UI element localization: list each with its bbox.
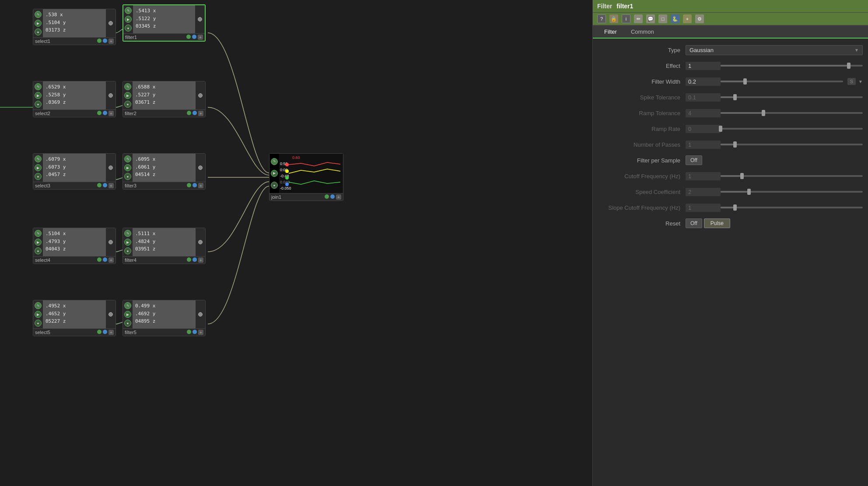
spike-tolerance-input[interactable] xyxy=(686,93,721,102)
effect-slider[interactable] xyxy=(721,65,863,67)
ctrl-plus-select1[interactable]: + xyxy=(108,39,114,44)
port-circle-select3[interactable]: ● xyxy=(35,173,42,180)
ctrl-dot-green-filter5[interactable] xyxy=(187,330,191,334)
port-arrow-filter3[interactable]: ▶ xyxy=(124,164,131,171)
port-dot-filter1[interactable] xyxy=(198,17,202,21)
port-arrow-select4[interactable]: ▶ xyxy=(35,239,42,246)
ctrl-dot-green-select4[interactable] xyxy=(97,257,102,262)
node-join1[interactable]: ✎ ▶ ● 0.60 0:50 0:00 -0:48 0.040 -0.050 … xyxy=(269,153,343,201)
node-filter3[interactable]: ✎ ▶ ● .6095 x.6061 y04514 z filter3 + xyxy=(122,153,206,190)
port-dot-select1[interactable] xyxy=(108,21,113,25)
port-arrow-filter4[interactable]: ▶ xyxy=(124,239,131,246)
node-filter4[interactable]: ✎ ▶ ● .5111 x.4824 y03951 z filter4 + xyxy=(122,228,206,264)
join-port-circle[interactable]: ● xyxy=(271,182,278,189)
join-ctrl-blue[interactable] xyxy=(330,194,335,199)
ramp-tolerance-input[interactable] xyxy=(686,109,721,117)
filter-width-input[interactable] xyxy=(686,77,721,86)
ctrl-dot-green-select3[interactable] xyxy=(97,183,102,187)
join-port-arrow[interactable]: ▶ xyxy=(271,170,278,177)
port-dot-filter5[interactable] xyxy=(198,312,203,317)
comment-icon[interactable]: 💬 xyxy=(646,14,655,23)
port-dot-select2[interactable] xyxy=(108,93,113,98)
filter-width-dropdown-arrow[interactable]: ▼ xyxy=(858,79,863,84)
ctrl-plus-filter3[interactable]: + xyxy=(198,183,203,188)
ctrl-dot-blue-filter5[interactable] xyxy=(192,330,197,334)
port-arrow-select2[interactable]: ▶ xyxy=(35,92,42,99)
ctrl-plus-select3[interactable]: + xyxy=(108,183,114,188)
port-pencil-select1[interactable]: ✎ xyxy=(35,11,42,18)
port-circle-select5[interactable]: ● xyxy=(35,320,42,327)
port-pencil-filter1[interactable]: ✎ xyxy=(125,7,132,14)
port-pencil-filter2[interactable]: ✎ xyxy=(124,83,131,90)
type-dropdown[interactable]: Gaussian ▼ xyxy=(686,45,863,55)
port-circle-select1[interactable]: ● xyxy=(35,28,42,35)
ctrl-dot-green-filter1[interactable] xyxy=(186,35,191,39)
node-select5[interactable]: ✎ ▶ ● .4952 x.4652 y05227 z select5 + xyxy=(33,300,116,336)
node-filter5[interactable]: ✎ ▶ ● 0.499 x.4692 y04895 z filter5 + xyxy=(122,300,206,336)
ctrl-dot-blue-select4[interactable] xyxy=(103,257,107,262)
port-circle-filter2[interactable]: ● xyxy=(124,101,131,108)
slope-cutoff-frequency-input[interactable] xyxy=(686,204,721,212)
spike-tolerance-slider[interactable] xyxy=(721,96,863,98)
filter-width-suffix[interactable]: S xyxy=(847,78,856,85)
node-select4[interactable]: ✎ ▶ ● .5104 x.4793 y04043 z select4 + xyxy=(33,228,116,264)
ramp-rate-input[interactable] xyxy=(686,125,721,133)
node-filter1[interactable]: ✎ ▶ ● .5413 x.5122 y03345 z filter1 + xyxy=(122,4,206,42)
ctrl-plus-filter1[interactable]: + xyxy=(198,35,203,40)
ctrl-dot-blue-filter2[interactable] xyxy=(192,111,197,115)
ctrl-dot-green-select1[interactable] xyxy=(97,39,102,43)
slope-cutoff-frequency-slider[interactable] xyxy=(721,207,863,208)
ctrl-dot-blue-filter3[interactable] xyxy=(192,183,197,187)
cutoff-frequency-input[interactable] xyxy=(686,172,721,180)
node-filter2[interactable]: ✎ ▶ ● .6588 x.5227 y03671 z filter2 + xyxy=(122,81,206,117)
info-icon[interactable]: i xyxy=(622,14,630,23)
ctrl-plus-select2[interactable]: + xyxy=(108,111,114,116)
port-pencil-select3[interactable]: ✎ xyxy=(35,155,42,162)
number-of-passes-slider[interactable] xyxy=(721,144,863,145)
port-pencil-select4[interactable]: ✎ xyxy=(35,230,42,237)
number-of-passes-input[interactable] xyxy=(686,141,721,149)
ctrl-plus-select5[interactable]: + xyxy=(108,330,114,335)
port-circle-filter4[interactable]: ● xyxy=(124,247,131,254)
help-icon[interactable]: ? xyxy=(597,14,606,23)
ctrl-dot-blue-filter1[interactable] xyxy=(192,35,196,39)
speed-coefficient-input[interactable] xyxy=(686,188,721,196)
tab-common[interactable]: Common xyxy=(624,26,661,39)
port-pencil-select5[interactable]: ✎ xyxy=(35,302,42,309)
port-circle-select2[interactable]: ● xyxy=(35,101,42,108)
ctrl-plus-filter5[interactable]: + xyxy=(198,330,203,335)
port-arrow-filter1[interactable]: ▶ xyxy=(125,16,132,23)
join-ctrl-green[interactable] xyxy=(325,194,329,199)
reset-toggle[interactable]: Off xyxy=(686,218,702,228)
ctrl-plus-filter4[interactable]: + xyxy=(198,257,203,263)
port-circle-select4[interactable]: ● xyxy=(35,247,42,254)
port-dot-select3[interactable] xyxy=(108,166,113,170)
ctrl-dot-green-filter3[interactable] xyxy=(187,183,191,187)
box-icon[interactable]: □ xyxy=(658,14,667,23)
ctrl-plus-select4[interactable]: + xyxy=(108,257,114,263)
port-pencil-filter4[interactable]: ✎ xyxy=(124,230,131,237)
port-circle-filter1[interactable]: ● xyxy=(125,25,132,32)
filter-width-slider[interactable] xyxy=(721,81,843,82)
port-circle-filter5[interactable]: ● xyxy=(124,320,131,327)
effect-input[interactable] xyxy=(686,62,721,70)
ramp-rate-slider[interactable] xyxy=(721,128,863,130)
port-dot-select4[interactable] xyxy=(108,240,113,244)
node-select3[interactable]: ✎ ▶ ● .6079 x.6073 y.0457 z select3 + xyxy=(33,153,116,190)
ctrl-dot-blue-select1[interactable] xyxy=(103,39,107,43)
port-dot-filter4[interactable] xyxy=(198,240,203,244)
join-ctrl-plus[interactable]: + xyxy=(336,194,341,200)
ctrl-dot-blue-select3[interactable] xyxy=(103,183,107,187)
port-dot-select5[interactable] xyxy=(108,312,113,317)
plus-icon[interactable]: + xyxy=(683,14,692,23)
settings-icon[interactable]: ⚙ xyxy=(695,14,704,23)
ctrl-dot-green-filter2[interactable] xyxy=(187,111,191,115)
python-icon[interactable]: 🐍 xyxy=(671,14,679,23)
port-pencil-filter3[interactable]: ✎ xyxy=(124,155,131,162)
ctrl-dot-green-filter4[interactable] xyxy=(187,257,191,262)
node-select1[interactable]: ✎ ▶ ● .538 x.5104 y03173 z select1 + xyxy=(33,9,116,45)
port-arrow-select1[interactable]: ▶ xyxy=(35,20,42,27)
port-dot-filter3[interactable] xyxy=(198,166,203,170)
port-circle-filter3[interactable]: ● xyxy=(124,173,131,180)
ctrl-dot-green-select2[interactable] xyxy=(97,111,102,115)
